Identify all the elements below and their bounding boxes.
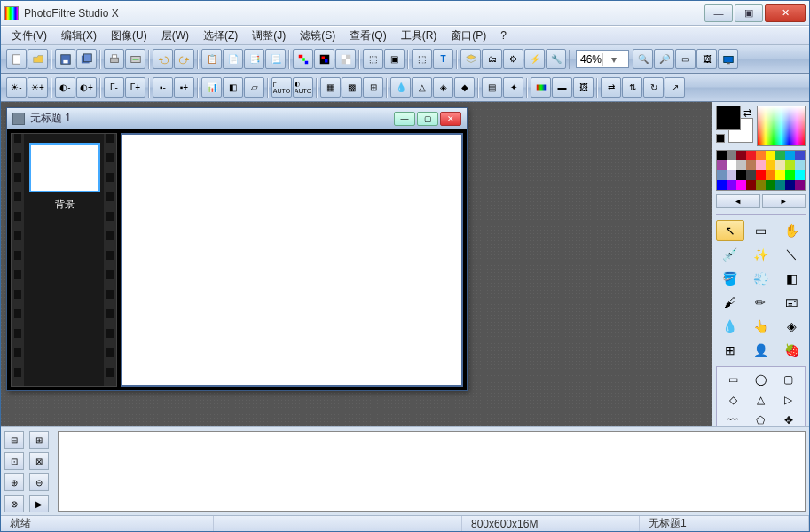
color-swatch[interactable] xyxy=(746,160,756,170)
color-swatch[interactable] xyxy=(795,170,805,180)
pm-play-button[interactable]: ▶ xyxy=(29,495,49,512)
eyedropper-tool[interactable]: 💉 xyxy=(716,244,744,265)
swatch-prev-button[interactable]: ◄ xyxy=(716,194,760,208)
line-tool[interactable]: ＼ xyxy=(777,244,806,265)
dust-button[interactable]: ✦ xyxy=(503,77,523,98)
color-swatch[interactable] xyxy=(717,180,727,190)
color-swatch[interactable] xyxy=(775,151,785,160)
save-all-button[interactable] xyxy=(76,49,97,69)
default-colors-icon[interactable] xyxy=(716,134,725,143)
pointer-tool[interactable]: ↖ xyxy=(716,220,744,241)
gamma-plus-button[interactable]: Γ+ xyxy=(125,77,145,98)
smudge-tool[interactable]: 👆 xyxy=(747,316,775,337)
contrast-plus-button[interactable]: ◐+ xyxy=(76,77,97,98)
color-swatch[interactable] xyxy=(746,151,756,160)
color-swatch[interactable] xyxy=(795,160,805,170)
color-swatch[interactable] xyxy=(775,180,785,190)
doc-maximize-button[interactable]: ▢ xyxy=(417,112,438,126)
shape-triangle2[interactable]: ▷ xyxy=(776,391,801,409)
photomasque-list[interactable] xyxy=(58,431,806,512)
canvas[interactable] xyxy=(121,133,463,387)
menu-filter[interactable]: 滤镜(S) xyxy=(293,27,342,45)
color-swatch[interactable] xyxy=(785,160,795,170)
stamp-tool[interactable]: 🖃 xyxy=(777,292,806,313)
document-window[interactable]: 无标题 1 — ▢ ✕ 背景 xyxy=(6,107,468,391)
relief-button[interactable]: ◆ xyxy=(454,77,475,98)
color-swatch[interactable] xyxy=(766,180,775,190)
color-swatch[interactable] xyxy=(756,180,766,190)
color-picker-rainbow[interactable] xyxy=(757,106,806,146)
redo-button[interactable] xyxy=(174,49,194,69)
grayscale-button[interactable]: ◧ xyxy=(223,77,243,98)
fill-tool[interactable]: 🪣 xyxy=(716,268,744,289)
gamma-minus-button[interactable]: Γ- xyxy=(104,77,124,98)
menu-layer[interactable]: 层(W) xyxy=(154,27,196,45)
new-button[interactable] xyxy=(6,49,27,69)
art-tool[interactable]: 🍓 xyxy=(777,340,806,361)
selection-tool[interactable]: ▭ xyxy=(747,220,775,241)
zoom-out-button[interactable]: 🔎 xyxy=(654,49,674,69)
close-button[interactable]: ✕ xyxy=(765,4,806,22)
histogram-button[interactable]: 📊 xyxy=(201,77,222,98)
foreground-color[interactable] xyxy=(716,106,741,130)
undo-button[interactable] xyxy=(153,49,173,69)
image-size-button[interactable]: ⬚ xyxy=(363,49,383,69)
spray-tool[interactable]: 💨 xyxy=(747,268,775,289)
layers-button[interactable] xyxy=(460,49,481,69)
swap-colors-icon[interactable]: ⇄ xyxy=(743,107,751,119)
color-swatch[interactable] xyxy=(746,170,756,180)
shape-ellipse[interactable]: ◯ xyxy=(748,371,773,388)
canvas-size-button[interactable]: ▣ xyxy=(384,49,405,69)
zoom-combo[interactable]: 46%▾ xyxy=(576,50,629,68)
pm-tree-1-button[interactable]: ⊟ xyxy=(4,431,24,449)
saturation-minus-button[interactable]: ▪- xyxy=(153,77,173,98)
color-swatch[interactable] xyxy=(756,151,766,160)
color-swatch[interactable] xyxy=(756,170,766,180)
shape-move[interactable]: ✥ xyxy=(776,411,801,426)
fullscreen-button[interactable] xyxy=(718,49,738,69)
pm-tree-3-button[interactable]: ⊡ xyxy=(4,452,24,470)
color-swatch[interactable] xyxy=(746,180,756,190)
menu-image[interactable]: 图像(U) xyxy=(104,27,154,45)
pm-tree-7-button[interactable]: ⊗ xyxy=(4,495,24,512)
color-swatch[interactable] xyxy=(717,170,727,180)
retouch-tool[interactable]: 👤 xyxy=(747,340,775,361)
brightness-plus-button[interactable]: ☀+ xyxy=(28,77,48,98)
color-swatch[interactable] xyxy=(785,180,795,190)
fg-bg-colors[interactable]: ⇄ xyxy=(716,106,753,143)
menu-select[interactable]: 选择(Z) xyxy=(196,27,245,45)
color-swatch[interactable] xyxy=(775,170,785,180)
color-swatch[interactable] xyxy=(736,160,746,170)
brightness-minus-button[interactable]: ☀- xyxy=(6,77,27,98)
open-button[interactable] xyxy=(28,49,48,69)
color-swatch[interactable] xyxy=(717,160,727,170)
color-swatch[interactable] xyxy=(736,151,746,160)
pm-tree-5-button[interactable]: ⊕ xyxy=(4,473,24,491)
color-swatch[interactable] xyxy=(775,160,785,170)
mirror-v-button[interactable]: ⇅ xyxy=(622,77,642,98)
wand-tool[interactable]: ✨ xyxy=(747,244,775,265)
paste-button[interactable]: 📄 xyxy=(223,49,243,69)
auto-levels-button[interactable]: ΓAUTO xyxy=(271,77,292,98)
plugins-button[interactable]: ⚙ xyxy=(503,49,523,69)
color-swatch[interactable] xyxy=(795,180,805,190)
contrast-minus-button[interactable]: ◐- xyxy=(55,77,75,98)
eraser-tool[interactable]: ◧ xyxy=(777,268,806,289)
distort-tool[interactable]: ⊞ xyxy=(716,340,744,361)
pm-tree-4-button[interactable]: ⊠ xyxy=(29,452,49,470)
layer-thumbnail[interactable] xyxy=(29,143,100,192)
mirror-h-button[interactable]: ⇄ xyxy=(601,77,621,98)
hand-tool[interactable]: ✋ xyxy=(777,220,806,241)
menu-window[interactable]: 窗口(P) xyxy=(444,27,493,45)
menu-file[interactable]: 文件(V) xyxy=(4,27,54,45)
paste-special-button[interactable]: 📃 xyxy=(265,49,286,69)
copy-button[interactable]: 📋 xyxy=(201,49,222,69)
photomask-button[interactable]: ▬ xyxy=(552,77,572,98)
menu-tools[interactable]: 工具(R) xyxy=(394,27,444,45)
minimize-button[interactable]: — xyxy=(704,4,733,22)
shape-rect[interactable]: ▭ xyxy=(720,371,745,388)
color-swatch[interactable] xyxy=(766,151,775,160)
paste-new-button[interactable]: 📑 xyxy=(244,49,264,69)
color-swatch[interactable] xyxy=(785,170,795,180)
sepia-button[interactable]: ▱ xyxy=(244,77,264,98)
